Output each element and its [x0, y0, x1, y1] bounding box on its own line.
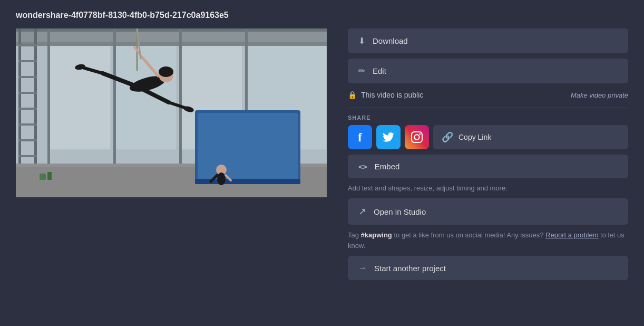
open-studio-label: Open in Studio — [374, 207, 426, 216]
facebook-button[interactable]: f — [348, 125, 372, 149]
twitter-button[interactable] — [376, 125, 401, 149]
svg-rect-10 — [179, 28, 182, 166]
edit-icon: ✏ — [358, 66, 365, 76]
studio-hint: Add text and shapes, resize, adjust timi… — [348, 184, 628, 193]
open-studio-icon: ↗ — [358, 206, 366, 217]
make-private-link[interactable]: Make video private — [571, 91, 628, 99]
svg-rect-29 — [47, 172, 52, 180]
svg-rect-28 — [40, 174, 46, 180]
svg-rect-14 — [18, 44, 37, 46]
svg-rect-8 — [47, 28, 50, 166]
embed-label: Embed — [375, 162, 400, 171]
embed-button[interactable]: <> Embed — [348, 155, 628, 178]
svg-point-44 — [217, 172, 226, 185]
copy-link-icon: 🔗 — [442, 131, 453, 143]
page-container: wondershare-4f0778bf-8130-4fb0-b75d-217c… — [0, 0, 644, 326]
copy-link-label: Copy Link — [458, 133, 491, 141]
svg-rect-15 — [18, 60, 37, 62]
copy-link-button[interactable]: 🔗 Copy Link — [433, 125, 628, 149]
svg-rect-26 — [198, 113, 298, 181]
open-studio-button[interactable]: ↗ Open in Studio — [348, 198, 628, 225]
svg-rect-20 — [18, 139, 37, 141]
tag-middle: to get a like from us on social media! A… — [392, 231, 544, 239]
share-label: SHARE — [348, 114, 628, 121]
project-title: wondershare-4f0778bf-8130-4fb0-b75d-217c… — [16, 11, 229, 20]
download-button[interactable]: ⬇ Download — [348, 28, 628, 53]
edit-button[interactable]: ✏ Edit — [348, 59, 628, 83]
svg-rect-18 — [18, 108, 37, 110]
video-thumbnail — [16, 28, 327, 197]
svg-rect-12 — [18, 28, 21, 181]
video-scene — [16, 28, 327, 197]
svg-rect-13 — [34, 28, 37, 181]
visibility-row: 🔒 This video is public Make video privat… — [348, 89, 628, 101]
svg-rect-17 — [18, 92, 37, 94]
video-panel — [16, 28, 327, 315]
svg-rect-7 — [16, 28, 327, 32]
share-section: SHARE f — [348, 114, 628, 149]
instagram-icon — [411, 131, 423, 143]
right-panel: ⬇ Download ✏ Edit 🔒 This video is public… — [348, 28, 628, 315]
tag-keyword: #kapwing — [361, 231, 392, 239]
share-row: f 🔗 — [348, 125, 628, 149]
main-content: ⬇ Download ✏ Edit 🔒 This video is public… — [16, 28, 628, 315]
facebook-icon: f — [358, 130, 362, 145]
tag-section: Tag #kapwing to get a like from us on so… — [348, 230, 628, 251]
divider-1 — [348, 108, 628, 108]
report-problem-link[interactable]: Report a problem — [545, 231, 598, 239]
svg-point-33 — [159, 66, 173, 77]
title-bar: wondershare-4f0778bf-8130-4fb0-b75d-217c… — [16, 11, 628, 20]
start-project-label: Start another project — [374, 264, 446, 273]
tag-prefix: Tag — [348, 231, 361, 239]
twitter-icon — [383, 132, 394, 142]
svg-rect-9 — [113, 28, 116, 166]
download-icon: ⬇ — [358, 36, 365, 46]
edit-label: Edit — [373, 66, 386, 75]
visibility-status: 🔒 This video is public — [348, 91, 423, 99]
svg-rect-16 — [18, 76, 37, 78]
svg-rect-21 — [18, 155, 37, 157]
start-project-button[interactable]: → Start another project — [348, 256, 628, 280]
svg-rect-2 — [47, 44, 111, 150]
svg-rect-6 — [16, 42, 327, 46]
lock-icon: 🔒 — [348, 91, 357, 99]
svg-rect-19 — [18, 123, 37, 126]
embed-icon: <> — [358, 162, 367, 171]
download-label: Download — [373, 36, 408, 45]
instagram-button[interactable] — [405, 125, 429, 149]
arrow-right-icon: → — [358, 263, 367, 273]
visibility-text: This video is public — [361, 91, 423, 99]
